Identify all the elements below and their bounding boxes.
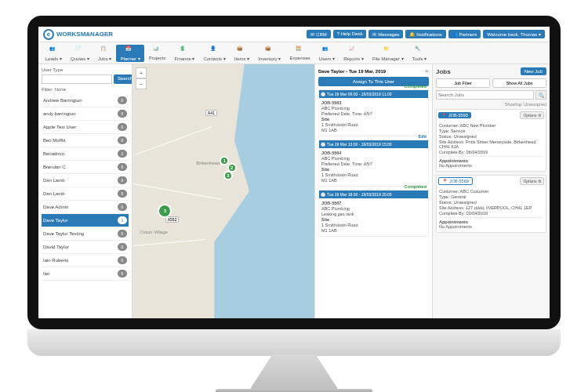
menu-icon: 📊 [153, 45, 162, 55]
show-all-jobs-button[interactable]: Show All Jobs [492, 78, 546, 88]
count-badge: 0 [118, 270, 127, 278]
user-row[interactable]: David Taylor0 [42, 241, 129, 254]
menu-icon: 📋 [100, 45, 110, 55]
count-badge: 0 [118, 243, 127, 251]
user-row[interactable]: Dave Taylor Testing0 [42, 227, 129, 241]
clock-icon: 🕐 [321, 192, 325, 197]
menu-icon: 📁 [383, 45, 393, 55]
user-row[interactable]: Ben Moffitt0 [42, 134, 129, 147]
menu-item[interactable]: 📦Items ▾ [230, 45, 253, 62]
topbar-button[interactable]: 🔔 Notifications [405, 30, 445, 38]
menu-item[interactable]: 📈Reports ▾ [339, 45, 368, 62]
filter-label: Filter: None [42, 87, 129, 92]
menu-item[interactable]: 🔧Tools ▾ [408, 45, 431, 62]
job-status: Completed [405, 184, 426, 189]
assignment-panel: Dave Taylor - Tue 19 Mar, 2019 × Assign … [314, 64, 432, 318]
user-row[interactable]: Dan Lamb0 [42, 174, 129, 187]
job-search-input[interactable] [436, 90, 534, 100]
topbar-button[interactable]: Welcome back, Thomas ▾ [483, 30, 545, 38]
count-badge: 0 [118, 163, 127, 171]
menu-item[interactable]: 👥Leads ▾ [42, 45, 66, 62]
user-panel: User Type Search Filter: None Andrew Bar… [38, 64, 132, 318]
job-time: 🕐Tue 19 Mar 18:00 - 19/03/2019 20:00 [319, 191, 428, 198]
menu-icon: 👥 [49, 45, 59, 55]
count-badge: 1 [118, 216, 127, 224]
brand-logo: e WORKSMANAGER [43, 29, 113, 40]
menu-icon: 👤 [210, 45, 220, 55]
showing-label: Showing: Unassigned [436, 102, 546, 107]
user-row[interactable]: Dave Admin0 [42, 201, 129, 214]
options-button[interactable]: Options ⚙ [520, 111, 544, 119]
zoom-out-button[interactable]: − [136, 78, 147, 89]
job-card[interactable]: Completed🕐Tue 19 Mar 18:00 - 19/03/2019 … [318, 190, 429, 237]
place-label: Birkenhead [196, 161, 220, 165]
map-pin[interactable]: 3 [223, 171, 233, 180]
job-card[interactable]: Edit🕐Tue 19 Mar 13:00 - 19/03/2019 15:00… [318, 140, 429, 187]
search-button[interactable]: Search [114, 74, 132, 84]
options-button[interactable]: Options ⚙ [520, 177, 544, 185]
user-row[interactable]: Iain Roberts0 [42, 254, 129, 267]
user-search-input[interactable] [42, 74, 112, 84]
logo-icon: e [43, 29, 54, 40]
pin-icon: 📍 [441, 113, 447, 118]
menu-item[interactable]: 📦Inventory ▾ [254, 45, 285, 62]
menu-icon: 🧮 [296, 45, 305, 55]
menu-item[interactable]: 👤Contacts ▾ [199, 45, 229, 62]
map-pin[interactable]: 1 [220, 156, 229, 165]
brand-name: WORKSMANAGER [56, 31, 113, 38]
topbar-button[interactable]: ✉ Messages [368, 30, 403, 38]
topbar-button[interactable]: ? Help Desk [333, 30, 367, 38]
menu-item[interactable]: 👥Users ▾ [315, 45, 339, 62]
job-list-item[interactable]: 📍JOB-5569Options ⚙Customer: ABC Customer… [436, 175, 546, 233]
user-row[interactable]: Dave Taylor1 [42, 214, 129, 227]
new-job-button[interactable]: New Job [521, 67, 546, 75]
place-label: Oxton Village [140, 230, 168, 234]
menu-item[interactable]: 📁File Manager ▾ [368, 45, 408, 62]
menu-icon: 📅 [125, 45, 135, 55]
job-id-badge[interactable]: 📍JOB-5569 [438, 177, 473, 185]
user-list: Andrew Barrington0andy barrington0Apple … [42, 94, 129, 281]
main-menu: 👥Leads ▾📄Quotes ▾📋Jobs ▾📅Planner ▾📊Proje… [38, 42, 550, 64]
map-view[interactable]: A41 A552 Birkenhead Oxton Village 3 1 2 … [132, 64, 314, 318]
user-row[interactable]: andy barrington0 [42, 107, 129, 121]
user-row[interactable]: Brendan C0 [42, 161, 129, 174]
menu-icon: 📦 [265, 45, 274, 55]
user-type-label: User Type [42, 67, 129, 72]
job-card[interactable]: Completed🕐Tue 19 Mar 09:00 - 19/03/2019 … [318, 89, 429, 136]
job-id-badge[interactable]: 📍JOB-5593 [438, 112, 471, 118]
count-badge: 0 [118, 136, 127, 144]
zoom-in-button[interactable]: + [136, 67, 147, 78]
count-badge: 0 [118, 123, 127, 131]
menu-icon: 📈 [349, 45, 358, 55]
user-row[interactable]: Andrew Barrington0 [42, 94, 129, 107]
menu-icon: 💲 [180, 45, 189, 55]
clock-icon: 🕐 [321, 92, 325, 96]
menu-item[interactable]: 📋Jobs ▾ [94, 45, 115, 62]
count-badge: 0 [118, 256, 127, 264]
job-list-item[interactable]: 📍JOB-5593Options ⚙Customer: ABC New Plum… [436, 109, 546, 172]
user-row[interactable]: Ian0 [42, 267, 129, 281]
user-row[interactable]: Apple Test User0 [42, 121, 129, 134]
menu-item[interactable]: 💲Finance ▾ [170, 45, 198, 62]
count-badge: 0 [118, 230, 127, 238]
close-icon[interactable]: × [425, 67, 429, 74]
job-search-button[interactable]: 🔍 [535, 90, 546, 100]
count-badge: 0 [118, 96, 127, 104]
menu-icon: 🔧 [415, 45, 424, 55]
menu-item[interactable]: 📊Projects [145, 45, 170, 61]
user-row[interactable]: Dan Lamb0 [42, 187, 129, 201]
count-badge: 0 [118, 190, 127, 198]
road-label: A552 [165, 216, 180, 223]
menu-item[interactable]: 📄Quotes ▾ [67, 45, 93, 62]
job-time: 🕐Tue 19 Mar 09:00 - 19/03/2019 11:00 [319, 90, 428, 98]
topbar-button[interactable]: 👥 Partners [448, 30, 481, 38]
road-label: A41 [205, 110, 217, 116]
topbar-button[interactable]: ✉ CRM [307, 30, 330, 38]
user-row[interactable]: Benadmin1 [42, 147, 129, 161]
job-status: Completed [405, 84, 426, 89]
job-status: Edit [419, 134, 426, 139]
menu-item[interactable]: 🧮Expenses [286, 45, 314, 61]
job-filter-button[interactable]: Job Filter [436, 78, 490, 88]
pin-icon: 📍 [442, 179, 448, 183]
menu-item[interactable]: 📅Planner ▾ [116, 45, 143, 62]
